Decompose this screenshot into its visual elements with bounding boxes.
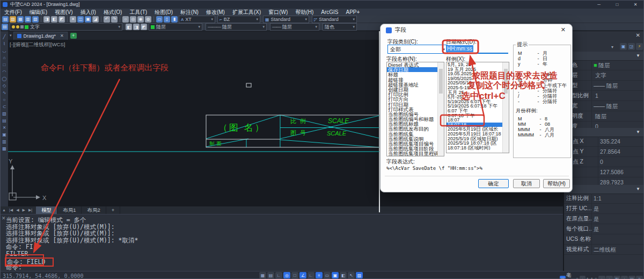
field-name-item[interactable]: 当前图纸编号和标题 <box>387 117 444 121</box>
field-names-list[interactable]: Diesel 表达式保存日期标题超链接超链接基地址创建日期打印比例打印方向打印日… <box>386 62 444 156</box>
menu-item[interactable]: 工具(T) <box>126 9 151 16</box>
property-row[interactable]: 图层 文字 <box>564 70 644 81</box>
field-name-item[interactable]: 当前图纸集项目阶段 <box>387 146 444 151</box>
field-name-item[interactable]: 超链接基地址 <box>387 82 444 87</box>
draw-tool-icon[interactable]: ◠ <box>1 68 8 75</box>
menu-item[interactable]: 文件(F) <box>1 9 26 16</box>
menu-item[interactable]: 格式(O) <box>100 9 126 16</box>
property-row[interactable]: 线型比例 1 <box>564 91 644 101</box>
property-row[interactable]: 点 Z 0 <box>564 157 644 167</box>
section-geometry[interactable]: ▼ <box>564 128 644 137</box>
toolbar-icon[interactable]: ◍ <box>145 16 151 23</box>
draw-tool-icon[interactable]: ◇ <box>1 82 8 89</box>
field-name-item[interactable]: 创建日期 <box>387 87 444 92</box>
property-row[interactable]: 127.5086 <box>564 167 644 177</box>
maximize-button[interactable]: □ <box>608 1 626 9</box>
viewport-controls[interactable]: [-][俯视][二维线框][WCS] <box>10 41 65 48</box>
property-row[interactable]: 在原点显... 是 <box>564 214 644 224</box>
section-general[interactable]: ▼ <box>564 52 644 61</box>
property-row[interactable]: 注释比例 1:1 <box>564 194 644 204</box>
tab-nav-icon[interactable]: ▶ <box>21 208 27 212</box>
toolbar-icon[interactable]: ◉ <box>137 16 144 23</box>
menu-item[interactable]: 修改(M) <box>202 9 229 16</box>
toolbar-icon[interactable]: ▦ <box>17 16 24 23</box>
select-objects-icon[interactable]: ◲ <box>628 43 635 50</box>
quick-select-icon[interactable]: ▣ <box>620 43 627 50</box>
toggle-pickadd-icon[interactable]: ⚡ <box>636 43 643 50</box>
panel-close-icon[interactable]: ✕ <box>636 32 640 38</box>
linetype-dropdown[interactable]: ——— 随层 ▾ <box>206 23 267 31</box>
toolbar-icon[interactable]: ↶ <box>104 16 110 23</box>
draw-tool-icon[interactable]: ⌇ <box>1 40 8 47</box>
scrollbar[interactable] <box>437 62 444 156</box>
field-name-item[interactable]: 当前图纸集项目编号 <box>387 141 444 146</box>
toolbar-icon[interactable]: ◨ <box>43 16 50 23</box>
toolbar-icon[interactable]: ▤ <box>2 16 9 23</box>
layout-tab[interactable]: 模型 <box>36 206 57 214</box>
sample-item[interactable]: 6:07 下午 <box>447 109 509 113</box>
field-name-item[interactable]: 保存日期 <box>387 67 444 72</box>
menu-item[interactable]: 插入(I) <box>76 9 99 16</box>
status-tool-icon[interactable]: ▣ <box>628 276 635 279</box>
close-tab-icon[interactable]: ✕ <box>60 33 64 38</box>
draw-tool-icon[interactable]: ▤ <box>1 117 8 124</box>
toolbar-icon[interactable] <box>120 16 120 22</box>
status-toggle-icon[interactable]: ▦ <box>259 272 266 278</box>
property-row[interactable]: 每个视口... 是 <box>564 224 644 234</box>
sample-item[interactable]: 18:07 <box>447 118 509 123</box>
toolbar-icon[interactable]: ▯ <box>164 16 170 23</box>
help-button[interactable]: 帮助(H) <box>543 179 570 188</box>
property-row[interactable]: 视觉样式 二维线框 <box>564 245 644 255</box>
command-window[interactable]: 当前设置: 编辑模式 = 多个选择注释对象或 [放弃(U)/模式(M)]:选择注… <box>1 214 563 271</box>
sample-item[interactable]: 2025年5月19日 18:07:18 <box>447 132 509 137</box>
sample-item[interactable]: 5/19/2025 6:07:18 下午 <box>447 104 509 109</box>
status-toggle-icon[interactable]: ▨ <box>356 272 363 278</box>
table-style-dropdown[interactable]: ▦ Standard ▾ <box>263 16 309 23</box>
status-tool-icon[interactable]: ≡ <box>636 276 643 279</box>
sample-item[interactable]: 5月, 19, 25 <box>447 62 509 67</box>
cancel-button[interactable]: 取消 <box>513 179 540 188</box>
status-tool-icon[interactable]: ◧ <box>613 276 620 279</box>
chevron-down-icon[interactable]: ▾ <box>10 33 12 38</box>
draw-tool-icon[interactable]: ╱ <box>1 33 8 40</box>
menu-item[interactable]: 绘图(D) <box>151 9 177 16</box>
draw-tool-icon[interactable]: ◡ <box>1 47 8 54</box>
text-style-dropdown[interactable]: A XT ▾ <box>179 16 215 23</box>
property-row[interactable]: 点 X 335.224 <box>564 137 644 147</box>
tab-nav-icon[interactable]: ▶| <box>27 208 34 212</box>
status-toggle-icon[interactable]: ∟ <box>308 272 314 278</box>
section-misc[interactable]: ▼ <box>564 185 644 194</box>
status-toggle-icon[interactable]: ▤ <box>267 272 274 278</box>
field-name-item[interactable]: 当前图纸集项目里程碑 <box>387 151 444 156</box>
field-name-item[interactable]: 当前图纸集说明 <box>387 137 444 141</box>
field-category-dropdown[interactable]: 全部 ▾ <box>387 45 448 54</box>
close-button[interactable]: ✕ <box>626 1 644 9</box>
date-format-input[interactable]: HH:mm:ss <box>446 45 508 54</box>
toolbar-icon[interactable]: ○ <box>122 16 129 23</box>
toolbar-icon[interactable]: ▭ <box>156 16 163 23</box>
property-row[interactable]: 线宽 ——随层 <box>564 101 644 111</box>
field-name-item[interactable]: 打印方向 <box>387 97 444 102</box>
field-name-item[interactable]: 当前图纸发布目的 <box>387 126 444 131</box>
sample-item[interactable]: 2025年5月19日 (区域长 <box>447 127 509 132</box>
menu-item[interactable]: 帮助(H) <box>291 9 317 16</box>
toolbar-icon[interactable]: ◫ <box>77 16 84 23</box>
status-toggle-icon[interactable]: ▣ <box>332 272 339 278</box>
dialog-close-icon[interactable]: ✕ <box>561 26 566 33</box>
property-row[interactable]: 点 Y 27.8564 <box>564 147 644 157</box>
draw-tool-icon[interactable]: □ <box>1 61 8 68</box>
field-name-item[interactable]: 超链接 <box>387 77 444 82</box>
drawing-tab[interactable]: Drawing1.dwg* ✕ <box>13 32 68 40</box>
object-type-dropdown[interactable]: ▾ ▣ ◲ ⚡ <box>564 42 644 52</box>
toolbar-icon[interactable]: ▣ <box>85 16 91 23</box>
toolbar-icon[interactable]: ▨ <box>10 16 16 23</box>
dialog-titlebar[interactable]: 字段 ✕ <box>380 24 572 36</box>
menu-item[interactable]: 编辑(E) <box>26 9 51 16</box>
toolbar-icon[interactable]: ▥ <box>25 16 31 23</box>
toolbar-icon[interactable] <box>41 16 41 22</box>
tab-nav-icon[interactable]: ▲ <box>1 208 8 212</box>
layer-dropdown[interactable]: 文字 ▾ <box>10 23 122 31</box>
draw-tool-icon[interactable]: ○ <box>1 96 8 103</box>
toolbar-icon[interactable]: ↷ <box>111 16 118 23</box>
toolbar-icon[interactable]: ◩ <box>58 16 65 23</box>
